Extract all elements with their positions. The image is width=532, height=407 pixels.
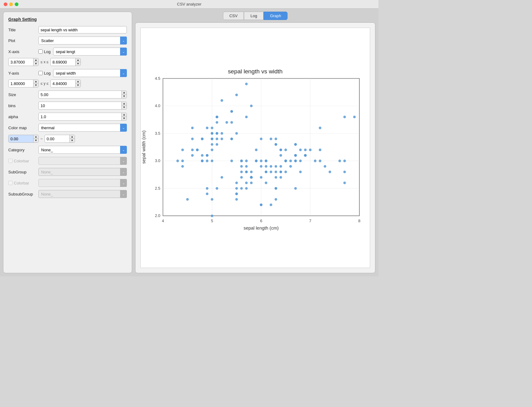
alpha-up-btn[interactable]: ▲ [122, 113, 127, 117]
yaxis-log-label: Log [44, 71, 51, 76]
svg-point-115 [280, 149, 282, 151]
svg-point-113 [245, 187, 248, 190]
cmap-max-up-btn[interactable]: ▲ [70, 135, 75, 139]
svg-point-57 [206, 192, 209, 195]
svg-point-84 [230, 160, 233, 162]
svg-point-35 [211, 149, 213, 151]
size-down-btn[interactable]: ▼ [122, 95, 127, 98]
colormap-select[interactable]: thermal viridis plasma inferno [38, 124, 127, 132]
ytick-35: 3.5 [155, 131, 160, 136]
subgroup-select[interactable]: None_ [38, 168, 127, 176]
minimize-button[interactable] [9, 2, 13, 6]
tab-csv[interactable]: CSV [223, 12, 244, 20]
svg-point-117 [343, 116, 346, 118]
subgroup-label: SubGroup [8, 170, 36, 174]
subsubgroup-select-wrapper: None_ ⌄ [38, 190, 127, 198]
xmin-down-btn[interactable]: ▼ [33, 62, 38, 66]
colorbar2-row: Colorbar ⌄ [8, 179, 127, 187]
xaxis-max-input[interactable] [51, 58, 75, 66]
svg-point-64 [240, 165, 243, 168]
yaxis-column-select[interactable]: sepal width [53, 69, 127, 77]
size-input[interactable] [39, 91, 121, 98]
bins-down-btn[interactable]: ▼ [122, 106, 127, 109]
svg-point-99 [245, 171, 248, 173]
colormap-max-input[interactable] [45, 135, 69, 142]
bins-input[interactable] [39, 102, 121, 109]
traffic-lights[interactable] [4, 2, 18, 6]
xmin-up-btn[interactable]: ▲ [33, 58, 38, 62]
svg-point-59 [221, 176, 223, 179]
colorbar2-checkbox[interactable] [8, 181, 13, 185]
svg-point-94 [240, 176, 243, 179]
svg-point-23 [216, 143, 218, 146]
title-input[interactable] [38, 26, 127, 33]
chart-title: sepal length vs width [228, 68, 283, 75]
colorbar2-select [38, 179, 127, 187]
size-up-btn[interactable]: ▲ [122, 91, 127, 95]
maximize-button[interactable] [15, 2, 18, 6]
tab-log[interactable]: Log [244, 12, 264, 20]
colorbar1-checkbox[interactable] [8, 159, 13, 163]
xtick-7: 7 [309, 219, 311, 223]
svg-point-111 [280, 176, 282, 179]
size-spinners: ▲ ▼ [121, 91, 127, 98]
subsubgroup-select[interactable]: None_ [38, 190, 127, 198]
svg-point-75 [289, 160, 292, 162]
ymax-up-btn[interactable]: ▲ [76, 80, 80, 83]
yaxis-min-input[interactable] [9, 80, 33, 87]
ymin-down-btn[interactable]: ▼ [33, 83, 38, 87]
svg-point-127 [265, 160, 268, 162]
bins-up-btn[interactable]: ▲ [122, 102, 127, 106]
xaxis-column-select[interactable]: sepal lengt [53, 48, 127, 56]
svg-point-17 [216, 132, 218, 135]
category-select[interactable]: None_ [38, 146, 127, 154]
svg-point-43 [211, 132, 213, 135]
yaxis-log-checkbox[interactable] [38, 71, 43, 75]
svg-point-95 [245, 160, 248, 162]
xmax-up-btn[interactable]: ▲ [76, 58, 80, 62]
svg-point-70 [255, 149, 258, 151]
cmap-min-up-btn[interactable]: ▲ [33, 135, 38, 139]
svg-point-140 [294, 154, 297, 157]
svg-point-98 [216, 187, 218, 190]
svg-point-25 [211, 160, 213, 162]
alpha-row: alpha ▲ ▼ [8, 113, 127, 121]
svg-point-97 [270, 165, 272, 168]
close-button[interactable] [4, 2, 7, 6]
tab-graph[interactable]: Graph [264, 12, 288, 20]
svg-point-119 [260, 204, 263, 206]
xtick-8: 8 [358, 219, 360, 223]
alpha-down-btn[interactable]: ▼ [122, 117, 127, 120]
left-panel: Graph Setting Title Plot Scatter Line Ba… [3, 12, 132, 273]
svg-point-10 [230, 121, 233, 124]
ymax-down-btn[interactable]: ▼ [76, 83, 80, 87]
xaxis-min-input[interactable] [9, 58, 33, 66]
svg-point-114 [250, 171, 253, 173]
yaxis-max-input[interactable] [51, 80, 75, 87]
ytick-40: 4.0 [155, 103, 160, 108]
xaxis-column-wrapper: sepal lengt ⌄ [53, 48, 127, 56]
svg-point-27 [221, 132, 223, 135]
cmap-min-down-btn[interactable]: ▼ [33, 139, 38, 142]
colorbar1-label: Colorbar [14, 159, 29, 163]
xmax-down-btn[interactable]: ▼ [76, 62, 80, 66]
ymin-up-btn[interactable]: ▲ [33, 80, 38, 83]
svg-point-105 [338, 160, 341, 162]
svg-point-28 [221, 138, 223, 140]
svg-point-149 [255, 160, 258, 162]
alpha-input[interactable] [39, 113, 121, 120]
xaxis-log-checkbox[interactable] [38, 49, 43, 54]
cmap-min-spinners: ▲ ▼ [33, 135, 38, 142]
cmap-max-wrapper: ▲ ▼ [45, 135, 75, 143]
svg-point-133 [275, 171, 277, 173]
svg-point-145 [294, 160, 297, 162]
colormap-min-input[interactable] [9, 135, 33, 142]
svg-point-106 [206, 187, 209, 190]
cmap-max-down-btn[interactable]: ▼ [70, 139, 75, 142]
plot-select[interactable]: Scatter Line Bar Histogram [38, 37, 127, 45]
xaxis-log-wrapper: Log [38, 49, 51, 54]
colormap-select-wrapper: thermal viridis plasma inferno ⌄ [38, 124, 127, 132]
cmap-max-spinners: ▲ ▼ [69, 135, 75, 142]
plot-label: Plot [8, 38, 36, 43]
svg-point-123 [275, 176, 277, 179]
